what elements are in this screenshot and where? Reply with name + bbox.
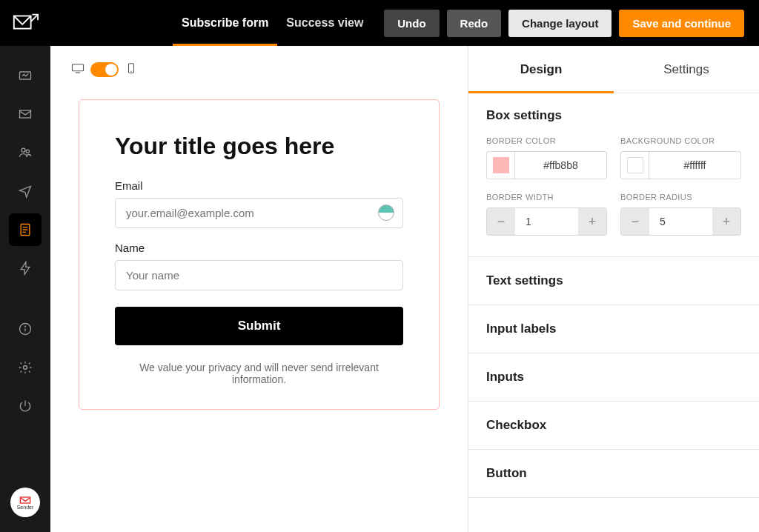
- submit-button[interactable]: Submit: [115, 307, 403, 345]
- undo-button[interactable]: Undo: [384, 10, 439, 37]
- inputs-section[interactable]: Inputs: [468, 353, 759, 402]
- sender-badge[interactable]: Sender: [10, 488, 40, 517]
- device-toggle[interactable]: [90, 62, 119, 77]
- bg-color-value: #ffffff: [649, 152, 740, 179]
- name-label: Name: [115, 242, 403, 254]
- border-color-value: #ffb8b8: [515, 152, 606, 179]
- border-color-input[interactable]: #ffb8b8: [486, 151, 607, 179]
- bg-color-label: BACKGROUND COLOR: [620, 136, 741, 145]
- border-width-value: 1: [515, 208, 578, 235]
- border-width-label: BORDER WIDTH: [486, 193, 607, 202]
- email-label: Email: [115, 179, 403, 192]
- sidebar-automation[interactable]: [9, 252, 42, 285]
- canvas: Your title goes here Email Name Submit W…: [50, 46, 468, 532]
- sidebar-info[interactable]: [9, 313, 42, 345]
- sidebar-campaigns[interactable]: [9, 175, 42, 207]
- redo-button[interactable]: Redo: [447, 10, 502, 37]
- tab-success-view[interactable]: Success view: [277, 0, 372, 46]
- sidebar-forms[interactable]: [9, 213, 42, 246]
- desktop-icon[interactable]: [71, 63, 84, 76]
- app-logo[interactable]: [0, 0, 50, 46]
- settings-panel: Design Settings Box settings BORDER COLO…: [468, 46, 759, 532]
- border-radius-stepper[interactable]: − 5 +: [620, 207, 741, 236]
- form-preview: Your title goes here Email Name Submit W…: [79, 99, 440, 410]
- svg-point-3: [21, 148, 25, 152]
- tab-design[interactable]: Design: [468, 46, 614, 93]
- input-labels-section[interactable]: Input labels: [468, 305, 759, 353]
- sidebar-dashboard[interactable]: [9, 59, 42, 92]
- save-continue-button[interactable]: Save and continue: [619, 10, 744, 37]
- checkbox-section[interactable]: Checkbox: [468, 402, 759, 450]
- svg-point-13: [24, 366, 27, 370]
- sidebar-email[interactable]: [9, 98, 42, 130]
- svg-point-12: [25, 326, 26, 327]
- email-badge-icon: [378, 205, 394, 221]
- mobile-icon[interactable]: [125, 63, 138, 76]
- sidebar-power[interactable]: [9, 390, 42, 422]
- border-radius-minus[interactable]: −: [621, 208, 649, 235]
- border-color-swatch: [493, 157, 509, 173]
- border-radius-plus[interactable]: +: [712, 208, 740, 235]
- sidebar-subscribers[interactable]: [9, 136, 42, 169]
- email-input[interactable]: [115, 198, 403, 228]
- privacy-text: We value your privacy and will never sen…: [115, 362, 403, 385]
- border-width-plus[interactable]: +: [578, 208, 606, 235]
- svg-point-4: [26, 150, 29, 153]
- svg-rect-2: [20, 110, 31, 118]
- tab-subscribe-form[interactable]: Subscribe form: [173, 0, 277, 46]
- name-input[interactable]: [115, 260, 403, 290]
- bg-color-input[interactable]: #ffffff: [620, 151, 741, 179]
- border-radius-label: BORDER RADIUS: [620, 193, 741, 202]
- box-settings-title: Box settings: [486, 108, 741, 123]
- button-section[interactable]: Button: [468, 450, 759, 498]
- sidebar-settings[interactable]: [9, 351, 42, 384]
- border-width-minus[interactable]: −: [487, 208, 515, 235]
- sender-label: Sender: [17, 505, 34, 510]
- border-radius-value: 5: [649, 208, 712, 235]
- border-color-label: BORDER COLOR: [486, 136, 607, 145]
- svg-rect-14: [20, 497, 30, 503]
- border-width-stepper[interactable]: − 1 +: [486, 207, 607, 236]
- change-layout-button[interactable]: Change layout: [508, 10, 611, 37]
- text-settings-section[interactable]: Text settings: [468, 257, 759, 305]
- form-title[interactable]: Your title goes here: [115, 133, 403, 160]
- svg-marker-9: [21, 262, 30, 275]
- sidebar: Sender: [0, 46, 50, 532]
- svg-rect-15: [73, 64, 84, 71]
- bg-color-swatch: [627, 157, 643, 173]
- tab-settings[interactable]: Settings: [614, 46, 759, 93]
